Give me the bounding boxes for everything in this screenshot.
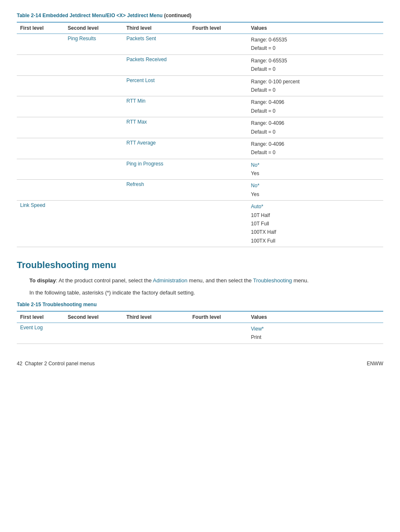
page-footer: 42 Chapter 2 Control panel menus ENWW	[17, 361, 383, 367]
value-item: Print	[251, 333, 380, 341]
table1-cell-2-2: Percent Lost	[123, 75, 189, 96]
table1-cell-2-0	[17, 75, 65, 96]
table1-row: Ping in ProgressNo*Yes	[17, 159, 383, 180]
value-item: Default = 0	[251, 148, 380, 157]
value-item: Range: 0-4096	[251, 140, 380, 148]
section-desc-text1: : At the product control panel, select t…	[56, 277, 153, 284]
section-desc-text2: menu, and then select the	[187, 277, 253, 284]
table2-header-row: First level Second level Third level Fou…	[17, 311, 383, 323]
table2: First level Second level Third level Fou…	[17, 311, 383, 344]
table1-values-1: Range: 0-65535Default = 0	[248, 54, 383, 75]
table1-cell-2-1	[65, 75, 123, 96]
table2-header-col4: Fourth level	[189, 311, 248, 323]
value-item: Yes	[251, 169, 380, 178]
table1-row: RTT MaxRange: 0-4096Default = 0	[17, 117, 383, 138]
table1-values-0: Range: 0-65535Default = 0	[248, 34, 383, 55]
table1-row: RefreshNo*Yes	[17, 180, 383, 201]
table2-cell-0-3	[189, 323, 248, 343]
table1-cell-6-1	[65, 159, 123, 180]
table1-cell-0-2: Packets Sent	[123, 34, 189, 55]
table1-values-8: Auto*10T Half10T Full100TX Half100TX Ful…	[248, 201, 383, 247]
value-item: Default = 0	[251, 44, 380, 52]
table1-cell-6-2: Ping in Progress	[123, 159, 189, 180]
value-item: 10T Full	[251, 220, 380, 228]
value-item: Range: 0-4096	[251, 119, 380, 127]
value-item: 100TX Half	[251, 228, 380, 236]
table1-cell-4-1	[65, 117, 123, 138]
table1-cell-0-0	[17, 34, 65, 55]
table1-cell-8-2	[123, 201, 189, 247]
value-item: Default = 0	[251, 65, 380, 73]
value-item: Default = 0	[251, 128, 380, 136]
table1-cell-7-2: Refresh	[123, 180, 189, 201]
table1-cell-4-3	[189, 117, 248, 138]
table2-caption: Table 2-15 Troubleshooting menu	[17, 302, 383, 307]
table1-cell-3-1	[65, 96, 123, 117]
table1-values-2: Range: 0-100 percentDefault = 0	[248, 75, 383, 96]
value-item: View*	[251, 325, 380, 333]
table1-header-col2: Second level	[65, 22, 123, 34]
table1-header-col4: Fourth level	[189, 22, 248, 34]
table1-row: RTT AverageRange: 0-4096Default = 0	[17, 138, 383, 159]
table1-row: RTT MinRange: 0-4096Default = 0	[17, 96, 383, 117]
table2-header-col3: Third level	[123, 311, 189, 323]
table1-row: Packets ReceivedRange: 0-65535Default = …	[17, 54, 383, 75]
table1-cell-8-3	[189, 201, 248, 247]
table1-values-6: No*Yes	[248, 159, 383, 180]
table1-row: Percent LostRange: 0-100 percentDefault …	[17, 75, 383, 96]
table1-cell-3-2: RTT Min	[123, 96, 189, 117]
section-description: To display: At the product control panel…	[29, 276, 383, 297]
table1-cell-5-3	[189, 138, 248, 159]
section-desc-link1[interactable]: Administration	[153, 277, 187, 284]
table2-cell-0-2	[123, 323, 189, 343]
table1-header-col1: First level	[17, 22, 65, 34]
value-item: Range: 0-100 percent	[251, 77, 380, 86]
table2-cell-0-1	[65, 323, 123, 343]
table1-values-3: Range: 0-4096Default = 0	[248, 96, 383, 117]
value-item: No*	[251, 181, 380, 190]
table1-header-col3: Third level	[123, 22, 189, 34]
table1-cell-5-0	[17, 138, 65, 159]
table2-header-col1: First level	[17, 311, 65, 323]
table1-cell-4-2: RTT Max	[123, 117, 189, 138]
table1-caption-part1: Table 2-14 Embedded Jetdirect Menu	[17, 13, 105, 18]
table1-header-col5: Values	[248, 22, 383, 34]
table1-cell-6-0	[17, 159, 65, 180]
footer-brand: ENWW	[367, 361, 383, 367]
table1-row: Ping ResultsPackets SentRange: 0-65535De…	[17, 34, 383, 55]
table1-values-5: Range: 0-4096Default = 0	[248, 138, 383, 159]
table1-values-4: Range: 0-4096Default = 0	[248, 117, 383, 138]
table1-values-7: No*Yes	[248, 180, 383, 201]
table1-cell-3-3	[189, 96, 248, 117]
table1-caption-part2: EIO <X> Jetdirect Menu	[106, 13, 163, 18]
value-item: 10T Half	[251, 211, 380, 220]
table2-caption-part1: Table 2-15 Troubleshooting	[17, 302, 83, 307]
value-item: No*	[251, 161, 380, 169]
table1-cell-4-0	[17, 117, 65, 138]
section-desc-para2: In the following table, asterisks (*) in…	[29, 289, 383, 297]
footer-page-num: 42	[17, 361, 22, 367]
table2-cell-0-0: Event Log	[17, 323, 65, 343]
table2-header-col2: Second level	[65, 311, 123, 323]
table2-caption-part2: menu	[83, 302, 96, 307]
section-desc-bold: To display	[29, 277, 56, 284]
table1-row: Link SpeedAuto*10T Half10T Full100TX Hal…	[17, 201, 383, 247]
table1-cell-7-3	[189, 180, 248, 201]
table2-values-0: View*Print	[248, 323, 383, 343]
section-desc-para1: To display: At the product control panel…	[29, 276, 383, 285]
value-item: Range: 0-4096	[251, 98, 380, 106]
table1-header-row: First level Second level Third level Fou…	[17, 22, 383, 34]
section-desc-text3: menu.	[292, 277, 309, 284]
table1-cell-8-1	[65, 201, 123, 247]
table1-caption: Table 2-14 Embedded Jetdirect Menu/EIO <…	[17, 13, 383, 18]
section-title: Troubleshooting menu	[17, 260, 383, 271]
table1-cell-7-1	[65, 180, 123, 201]
table1-cell-5-1	[65, 138, 123, 159]
table1-cell-1-2: Packets Received	[123, 54, 189, 75]
footer-left: 42 Chapter 2 Control panel menus	[17, 361, 95, 367]
table2-row: Event LogView*Print	[17, 323, 383, 343]
table1-cell-7-0	[17, 180, 65, 201]
table1-cell-8-0: Link Speed	[17, 201, 65, 247]
section-desc-link2[interactable]: Troubleshooting	[253, 277, 292, 284]
table1-cell-1-0	[17, 54, 65, 75]
